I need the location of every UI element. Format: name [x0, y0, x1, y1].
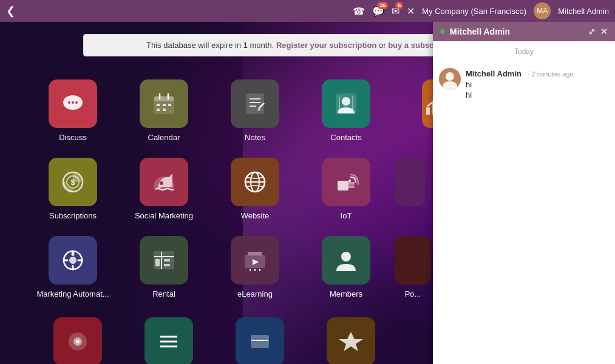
- chat-messages: Mitchell Admin · 2 minutes ago hi hi: [433, 62, 615, 364]
- close-chat-button[interactable]: ✕: [600, 27, 608, 36]
- message-badge: 6: [395, 2, 403, 9]
- chat-time: · 2 minutes ago: [528, 70, 573, 78]
- marketing-auto-icon: [49, 236, 97, 285]
- chat-panel: Mitchell Admin ⤢ ✕ Today Mitchell Admi: [433, 22, 615, 364]
- app-contacts[interactable]: Contacts: [304, 75, 389, 147]
- svg-rect-14: [246, 94, 263, 113]
- chat-notifications-icon[interactable]: 💬 36: [372, 5, 384, 17]
- svg-rect-33: [338, 181, 348, 190]
- subscriptions-label: Subscriptions: [49, 211, 97, 220]
- svg-rect-9: [157, 104, 160, 106]
- svg-rect-12: [157, 109, 160, 111]
- main-area: This database will expire in 1 month. Re…: [0, 22, 615, 364]
- svg-rect-10: [163, 104, 166, 106]
- user-name[interactable]: Mitchell Admin: [558, 7, 609, 16]
- svg-point-36: [348, 180, 351, 182]
- chat-avatar: [439, 68, 461, 90]
- svg-point-63: [446, 72, 454, 81]
- svg-point-2: [68, 101, 70, 104]
- social-marketing-icon: [140, 158, 188, 206]
- elearning-label: eLearning: [237, 289, 273, 298]
- website-icon: [231, 158, 279, 206]
- app-notes[interactable]: Notes: [212, 75, 297, 147]
- members-label: Members: [330, 289, 362, 298]
- members-icon: [322, 236, 370, 285]
- svg-rect-60: [251, 335, 268, 348]
- svg-point-43: [71, 252, 75, 256]
- rental-label: Rental: [152, 289, 175, 298]
- chat-date-divider: Today: [433, 41, 615, 62]
- bottom2-icon: [144, 317, 193, 364]
- svg-rect-6: [154, 96, 174, 101]
- bottom3-icon: [236, 317, 284, 364]
- elearning-icon: [231, 236, 279, 285]
- contacts-label: Contacts: [330, 133, 361, 142]
- pos-icon: [395, 236, 431, 285]
- chat-text1: hi: [466, 80, 574, 89]
- svg-rect-11: [168, 104, 171, 106]
- svg-rect-22: [426, 107, 430, 115]
- svg-point-19: [342, 97, 350, 106]
- app-pos-partial[interactable]: Po...: [395, 231, 431, 303]
- svg-rect-13: [163, 109, 166, 111]
- app-calendar[interactable]: Calendar: [121, 75, 206, 147]
- bottom1-icon: [53, 317, 102, 364]
- calendar-label: Calendar: [148, 133, 180, 142]
- social-marketing-label: Social Marketing: [135, 211, 193, 220]
- svg-point-3: [72, 101, 74, 104]
- app-social-marketing[interactable]: Social Marketing: [121, 153, 206, 225]
- chat-message: Mitchell Admin · 2 minutes ago hi hi: [439, 68, 609, 99]
- register-subscription-link[interactable]: Register your subscription: [276, 41, 376, 50]
- discuss-label: Discuss: [59, 133, 87, 142]
- close-icon[interactable]: ✕: [407, 5, 415, 17]
- bottom4-icon: [327, 317, 375, 364]
- website-label: Website: [241, 211, 270, 220]
- banner-text: This database will expire in 1 month.: [146, 41, 274, 50]
- svg-rect-48: [164, 264, 170, 266]
- subscriptions-icon: $: [49, 158, 97, 206]
- company-name[interactable]: My Company (San Francisco): [422, 7, 526, 16]
- app-rental[interactable]: Rental: [121, 231, 206, 303]
- topbar: ❮ ☎ 💬 36 ✉ 6 ✕ My Company (San Francisco…: [0, 0, 615, 22]
- svg-point-56: [76, 340, 80, 343]
- avatar[interactable]: MA: [534, 2, 551, 19]
- svg-point-4: [75, 101, 78, 104]
- app-website[interactable]: Website: [212, 153, 297, 225]
- message-notifications-icon[interactable]: ✉ 6: [392, 5, 399, 17]
- svg-point-29: [160, 181, 163, 185]
- iot-icon: [322, 158, 370, 206]
- app-bottom2[interactable]: [126, 312, 211, 364]
- banner-or: or: [379, 41, 388, 50]
- app-members[interactable]: Members: [304, 231, 389, 303]
- notes-label: Notes: [245, 133, 265, 142]
- svg-rect-52: [248, 252, 262, 255]
- back-button[interactable]: ❮: [6, 4, 15, 18]
- svg-text:$: $: [71, 178, 75, 187]
- svg-point-53: [341, 252, 351, 261]
- app-bottom1[interactable]: [35, 312, 120, 364]
- app-discuss[interactable]: Discuss: [30, 75, 115, 147]
- app-marketing-auto[interactable]: Marketing Automat...: [30, 231, 115, 303]
- rental-icon: [140, 236, 188, 285]
- marketing-auto-label: Marketing Automat...: [36, 289, 109, 298]
- app-iot[interactable]: IoT: [304, 153, 389, 225]
- expand-chat-button[interactable]: ⤢: [588, 27, 596, 36]
- online-indicator: [440, 29, 445, 34]
- notes-icon: [231, 79, 279, 128]
- app-bottom3[interactable]: [217, 312, 302, 364]
- app-elearning[interactable]: eLearning: [212, 231, 297, 303]
- chat-title: Mitchell Admin: [450, 27, 510, 36]
- chat-badge: 36: [377, 2, 388, 9]
- svg-rect-49: [155, 259, 160, 266]
- app-subscriptions[interactable]: $ Subscriptions: [30, 153, 115, 225]
- partial-row2-icon: [395, 158, 425, 206]
- chat-text2: hi: [466, 90, 574, 99]
- discuss-icon: [49, 79, 97, 128]
- app-bottom4[interactable]: [308, 312, 393, 364]
- app-partial-row2[interactable]: [395, 153, 425, 225]
- phone-icon[interactable]: ☎: [353, 5, 365, 17]
- contacts-icon: [322, 79, 370, 128]
- chat-message-content: Mitchell Admin · 2 minutes ago hi hi: [466, 68, 574, 99]
- chat-sender: Mitchell Admin: [466, 69, 522, 78]
- svg-point-38: [69, 257, 76, 264]
